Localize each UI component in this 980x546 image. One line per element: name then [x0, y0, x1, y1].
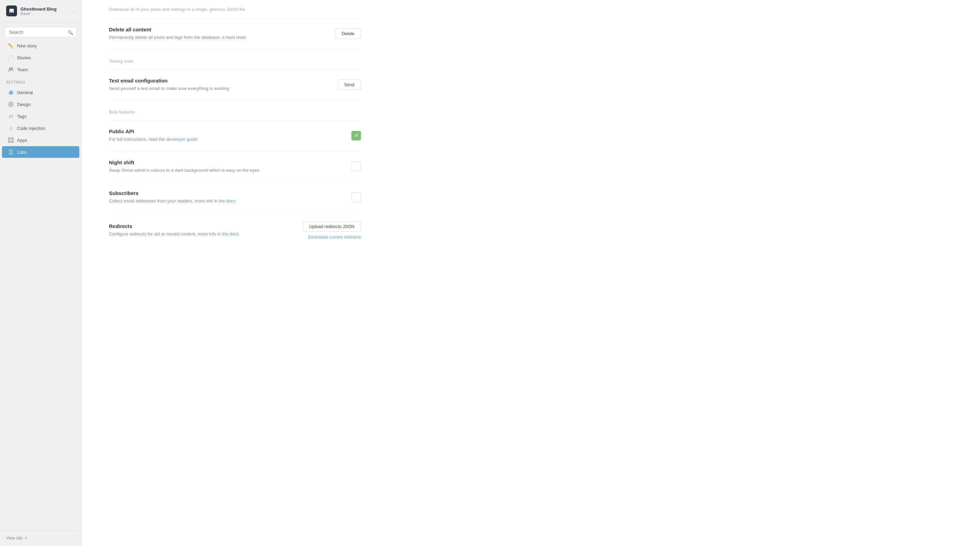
subscribers-toggle[interactable] [352, 193, 361, 202]
desc-prefix: For full instructions, read the [109, 137, 166, 142]
sidebar-item-apps[interactable]: Apps [2, 134, 80, 146]
svg-rect-3 [13, 11, 14, 13]
brand-name: Ghostboard Blog [21, 6, 57, 11]
svg-point-12 [9, 152, 10, 152]
upload-redirects-button[interactable]: Upload redirects JSON [303, 221, 361, 232]
sidebar-item-general[interactable]: ⚙️ General [2, 86, 80, 98]
apps-icon [8, 137, 14, 143]
setting-desc: Permanently delete all posts and tags fr… [109, 34, 321, 41]
main-content: Download all of your posts and settings … [82, 0, 980, 546]
sidebar-item-team[interactable]: Team [2, 64, 80, 75]
gear-icon: ⚙️ [8, 89, 14, 95]
pencil-icon: ✏️ [8, 43, 14, 48]
tag-icon: 🏷 [8, 113, 14, 119]
subscribers-docs-link[interactable]: the docs [219, 198, 235, 203]
setting-info: Night shift Swap Ghost admin's colours t… [109, 160, 352, 174]
sidebar: Ghostboard Blog David ⌵ 🔍 ✏️ New story 📄… [0, 0, 82, 546]
setting-info: Test email configuration Send yourself a… [109, 78, 338, 92]
setting-info: Public API For full instructions, read t… [109, 128, 352, 143]
redirects-actions: Upload redirects JSON Download current r… [303, 221, 361, 239]
brand-user: David [21, 11, 57, 16]
external-link-icon: ↗ [24, 536, 28, 541]
brand-text: Ghostboard Blog David [21, 6, 57, 16]
sidebar-item-label: Labs [17, 150, 27, 155]
brand: Ghostboard Blog David [6, 5, 57, 16]
developer-guide-link[interactable]: developer guide [166, 137, 198, 142]
top-desc: Download all of your posts and settings … [95, 0, 375, 12]
sidebar-header: Ghostboard Blog David ⌵ [0, 0, 81, 22]
sidebar-item-label: Tags [17, 114, 26, 119]
sidebar-footer: View site ↗ [0, 530, 81, 546]
delete-button[interactable]: Delete [335, 28, 361, 39]
view-site-label: View site [6, 536, 22, 541]
search-box: 🔍 [5, 27, 76, 37]
svg-rect-1 [10, 11, 11, 13]
search-icon: 🔍 [68, 30, 73, 35]
design-icon [8, 102, 14, 107]
brand-icon [6, 5, 17, 16]
setting-row-delete-content: Delete all content Permanently delete al… [109, 18, 361, 49]
sidebar-item-label: Team [17, 67, 28, 72]
svg-rect-8 [8, 138, 10, 139]
settings-nav: ⚙️ General Design 🏷 Tags ◇ Code injectio… [0, 86, 81, 158]
setting-desc: Swap Ghost admin's colours to a dark bac… [109, 167, 338, 174]
send-button[interactable]: Send [338, 80, 361, 90]
desc-prefix: Configure redirects for old or moved con… [109, 231, 222, 236]
svg-rect-9 [11, 138, 13, 139]
download-redirects-link[interactable]: Download current redirects [308, 235, 361, 239]
setting-title: Night shift [109, 160, 338, 165]
sidebar-item-design[interactable]: Design [2, 99, 80, 110]
svg-point-14 [12, 152, 13, 152]
sidebar-item-code-injection[interactable]: ◇ Code injection [2, 122, 80, 134]
setting-info: Subscribers Collect email addresses from… [109, 190, 352, 204]
night-shift-toggle[interactable] [352, 161, 361, 171]
setting-desc: Collect email addresses from your reader… [109, 198, 338, 204]
setting-row-redirects: Redirects Configure redirects for old or… [109, 213, 361, 248]
setting-desc: Configure redirects for old or moved con… [109, 231, 289, 238]
sidebar-item-tags[interactable]: 🏷 Tags [2, 110, 80, 122]
svg-rect-11 [11, 141, 13, 142]
sidebar-item-label: General [17, 90, 33, 95]
svg-point-6 [9, 102, 13, 107]
setting-row-test-email: Test email configuration Send yourself a… [109, 70, 361, 100]
desc-prefix: Collect email addresses from your reader… [109, 198, 219, 203]
document-icon: 📄 [8, 55, 14, 60]
setting-title: Public API [109, 128, 338, 134]
setting-title: Delete all content [109, 27, 321, 32]
main-nav: ✏️ New story 📄 Stories Team [0, 40, 81, 76]
code-icon: ◇ [8, 125, 14, 131]
svg-point-7 [10, 104, 11, 105]
sidebar-item-label: Stories [17, 55, 31, 60]
svg-rect-2 [11, 11, 12, 13]
redirects-docs-link[interactable]: the docs [222, 231, 239, 236]
section-label-testing: Testing tools [109, 49, 361, 69]
sidebar-item-labs[interactable]: Labs [2, 146, 80, 158]
setting-row-subscribers: Subscribers Collect email addresses from… [109, 182, 361, 213]
sidebar-item-stories[interactable]: 📄 Stories [2, 52, 80, 63]
section-label-beta: Beta features [109, 100, 361, 120]
setting-info: Delete all content Permanently delete al… [109, 27, 335, 41]
setting-desc: Send yourself a test email to make sure … [109, 85, 324, 92]
team-icon [8, 67, 14, 72]
setting-row-night-shift: Night shift Swap Ghost admin's colours t… [109, 151, 361, 182]
chevron-down-icon[interactable]: ⌵ [73, 8, 75, 13]
setting-title: Redirects [109, 223, 289, 229]
sidebar-item-label: Code injection [17, 126, 45, 131]
labs-icon [8, 149, 14, 155]
ghost-icon [8, 8, 14, 14]
view-site-link[interactable]: View site ↗ [6, 536, 75, 541]
setting-row-public-api: Public API For full instructions, read t… [109, 120, 361, 151]
setting-desc: For full instructions, read the develope… [109, 136, 338, 143]
settings-section-label: SETTINGS [0, 76, 81, 86]
sidebar-item-new-story[interactable]: ✏️ New story [2, 40, 80, 51]
sidebar-item-label: Apps [17, 138, 27, 143]
setting-title: Subscribers [109, 190, 338, 196]
setting-info: Redirects Configure redirects for old or… [109, 223, 303, 238]
svg-point-5 [11, 68, 13, 70]
sidebar-item-label: New story [17, 43, 37, 48]
content-area: Download all of your posts and settings … [82, 0, 388, 268]
search-input[interactable] [5, 27, 76, 37]
setting-title: Test email configuration [109, 78, 324, 83]
public-api-toggle[interactable] [352, 131, 361, 140]
sidebar-item-label: Design [17, 102, 31, 107]
